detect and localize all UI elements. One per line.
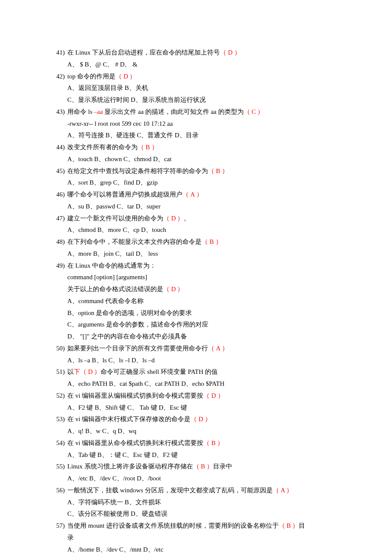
- question: 51)以下（ D ）命令可正确显示 shell 环境变量 PATH 的值: [50, 366, 342, 378]
- stem-continuation: 录: [50, 532, 342, 544]
- question-number: 55): [50, 461, 67, 473]
- question-number: 57): [50, 520, 67, 532]
- stem-text: 以: [67, 368, 74, 375]
- option-line: D、 "[]" 之中的内容在命令格式中必须具备: [50, 331, 342, 343]
- question-number: 45): [50, 165, 67, 177]
- question: 50)如果要列出一个目录下的所有文件需要使用命令行（ A ）: [50, 343, 342, 355]
- option-line: A、q! B、w C、q D、wq: [50, 425, 342, 437]
- stem-text: 关于以上的命令格式说法错误的是: [67, 286, 163, 292]
- option-line: A、su B、passwd C、tar D、super: [50, 201, 342, 213]
- question: 44)改变文件所有者的命令为（ B ）: [50, 142, 342, 153]
- question: 47)建立一个新文件可以使用的命令为（ D ）。: [50, 213, 342, 225]
- question-stem: 改变文件所有者的命令为（ B ）: [67, 142, 342, 153]
- option-line: A、返回至顶层目录 B、关机: [50, 82, 342, 94]
- question-extra-line: 关于以上的命令格式说法错误的是（ D ）: [50, 283, 342, 295]
- question: 45)在给定文件中查找与设定条件相符字符串的命令为（ B ）: [50, 165, 342, 177]
- option-line: A、more B、join C、tail D、 less: [50, 248, 342, 260]
- question: 43)用命令 ls –aa 显示出文件 aa 的描述，由此可知文件 aa 的类型…: [50, 106, 342, 118]
- answer-marker: （ D ）: [190, 416, 211, 422]
- question-stem: 在 vi 编辑器中末行模式下保存修改的命令是（ D ）: [67, 413, 342, 425]
- question-number: 56): [50, 485, 67, 497]
- option-line: A、/etc B、/dev C、/root D、/boot: [50, 473, 342, 485]
- stem-text: 命令可正确显示 shell 环境变量 PATH 的值: [101, 368, 217, 375]
- question-stem: 一般情况下，挂载 windows 分区后，发现中文都变成了乱码，可能原因是（ A…: [67, 485, 342, 497]
- question-number: 43): [50, 106, 67, 118]
- question-stem: Linux 系统习惯上将许多设备驱动程序存储在（ B ）目录中: [67, 461, 342, 473]
- answer-marker: （ A ）: [208, 345, 228, 352]
- question: 57)当使用 mount 进行设备或者文件系统挂载的时候，需要用到的设备名称位于…: [50, 520, 342, 532]
- answer-marker: （ B ）: [279, 522, 299, 529]
- question: 52)在 vi 编辑器里从编辑模式切换到命令模式需要按（ D ）: [50, 390, 342, 402]
- stem-text: 在 vi 编辑器中末行模式下保存修改的命令是: [67, 416, 190, 422]
- stem-text: 改变文件所有者的命令为: [67, 144, 138, 150]
- stem-text: 建立一个新文件可以使用的命令为: [67, 215, 163, 222]
- answer-marker: （ B ）: [208, 168, 228, 174]
- option-line: A、command 代表命令名称: [50, 295, 342, 307]
- stem-text: 在下列命令中，不能显示文本文件内容的命令是: [67, 238, 202, 245]
- answer-marker: （ B ）: [203, 439, 224, 446]
- stem-text: 如果要列出一个目录下的所有文件需要使用命令行: [67, 345, 208, 352]
- stem-text: 在给定文件中查找与设定条件相符字符串的命令为: [67, 168, 208, 174]
- stem-text: 在 vi 编辑器里从命令模式切换到末行模式需要按: [67, 439, 203, 446]
- option-line: A、sort B、grep C、find D、gzip: [50, 177, 342, 189]
- question: 54)在 vi 编辑器里从命令模式切换到末行模式需要按（ B ）: [50, 437, 342, 449]
- question-stem: 如果要列出一个目录下的所有文件需要使用命令行（ A ）: [67, 343, 342, 355]
- stem-text: 当使用 mount 进行设备或者文件系统挂载的时候，需要用到的设备名称位于: [67, 522, 279, 529]
- question-stem: 建立一个新文件可以使用的命令为（ D ）。: [67, 213, 342, 225]
- answer-marker: （ D ）: [115, 73, 136, 80]
- option-line: C、该分区不能被使用 D、硬盘错误: [50, 508, 342, 520]
- question-number: 49): [50, 260, 67, 272]
- question-number: 53): [50, 413, 67, 425]
- stem-tail: 目: [299, 522, 305, 529]
- question: 49)在 Linux 中命令的格式通常为：: [50, 260, 342, 272]
- question: 41)在 Linux 下从后台启动进程，应在命令的结尾加上符号（ D ）: [50, 47, 342, 59]
- stem-text: top 命令的作用是: [67, 73, 115, 80]
- option-line: A、chmod B、more C、cp D、touch: [50, 224, 342, 236]
- question-stem: 在下列命令中，不能显示文本文件内容的命令是（ B ）: [67, 236, 342, 248]
- stem-text: 一般情况下，挂载 windows 分区后，发现中文都变成了乱码，可能原因是: [67, 487, 273, 494]
- option-line: C、arguments 是命令的参数，描述命令作用的对应: [50, 319, 342, 331]
- question-extra-line: command [option] [arguments]: [50, 272, 342, 283]
- question-number: 48): [50, 236, 67, 248]
- question-stem: 在 Linux 下从后台启动进程，应在命令的结尾加上符号（ D ）: [67, 47, 342, 59]
- question-stem: 在 Linux 中命令的格式通常为：: [67, 260, 342, 272]
- answer-marker: （ B ）: [202, 238, 222, 245]
- stem-red-inline: –aa: [94, 108, 103, 115]
- question-number: 42): [50, 71, 67, 83]
- question-number: 51): [50, 366, 67, 378]
- question-number: 47): [50, 213, 67, 225]
- stem-tail: 。: [184, 215, 190, 222]
- option-line: A、符号连接 B、硬连接 C、普通文件 D、目录: [50, 130, 342, 142]
- answer-marker: （ A ）: [182, 191, 203, 198]
- stem-text: 用命令 ls: [67, 108, 94, 115]
- question-number: 46): [50, 189, 67, 201]
- option-line: C、显示系统运行时间 D、显示系统当前运行状况: [50, 94, 342, 106]
- question-stem: 在 vi 编辑器里从编辑模式切换到命令模式需要按（ D ）: [67, 390, 342, 402]
- stem-text: 哪个命令可以将普通用户切换成超级用户: [67, 191, 182, 198]
- answer-marker: （ B ）: [193, 463, 213, 470]
- stem-text: Linux 系统习惯上将许多设备驱动程序存储在: [67, 463, 193, 470]
- question-number: 52): [50, 390, 67, 402]
- answer-marker: （ D ）: [203, 392, 224, 399]
- question-stem: top 命令的作用是（ D ）: [67, 71, 342, 83]
- question-stem: 当使用 mount 进行设备或者文件系统挂载的时候，需要用到的设备名称位于（ B…: [67, 520, 342, 532]
- option-line: A、ls –a B、ls C、ls –l D、ls –d: [50, 355, 342, 367]
- option-line: B、option 是命令的选项，说明对命令的要求: [50, 307, 342, 319]
- stem-text: 在 vi 编辑器里从编辑模式切换到命令模式需要按: [67, 392, 203, 399]
- answer-marker: （ A ）: [273, 487, 293, 494]
- option-line: A、echo PATH B、cat $path C、cat PATH D、ech…: [50, 378, 342, 390]
- question-stem: 哪个命令可以将普通用户切换成超级用户（ A ）: [67, 189, 342, 201]
- option-line: A、 $ B、@ C、 # D、 &: [50, 59, 342, 71]
- question: 56)一般情况下，挂载 windows 分区后，发现中文都变成了乱码，可能原因是…: [50, 485, 342, 497]
- question-number: 50): [50, 343, 67, 355]
- stem-text: 显示出文件 aa 的描述，由此可知文件 aa 的类型为: [103, 108, 243, 115]
- option-line: -rwxr-xr-- l root root 599 cec 10 17:12 …: [50, 118, 342, 130]
- question-stem: 用命令 ls –aa 显示出文件 aa 的描述，由此可知文件 aa 的类型为（ …: [67, 106, 342, 118]
- answer-marker: （ D ）: [163, 286, 184, 292]
- question: 46)哪个命令可以将普通用户切换成超级用户（ A ）: [50, 189, 342, 201]
- question: 42)top 命令的作用是（ D ）: [50, 71, 342, 83]
- question-number: 54): [50, 437, 67, 449]
- stem-red-inline: 下（ D ）: [74, 368, 101, 375]
- stem-tail: 目录中: [213, 463, 232, 470]
- question: 53)在 vi 编辑器中末行模式下保存修改的命令是（ D ）: [50, 413, 342, 425]
